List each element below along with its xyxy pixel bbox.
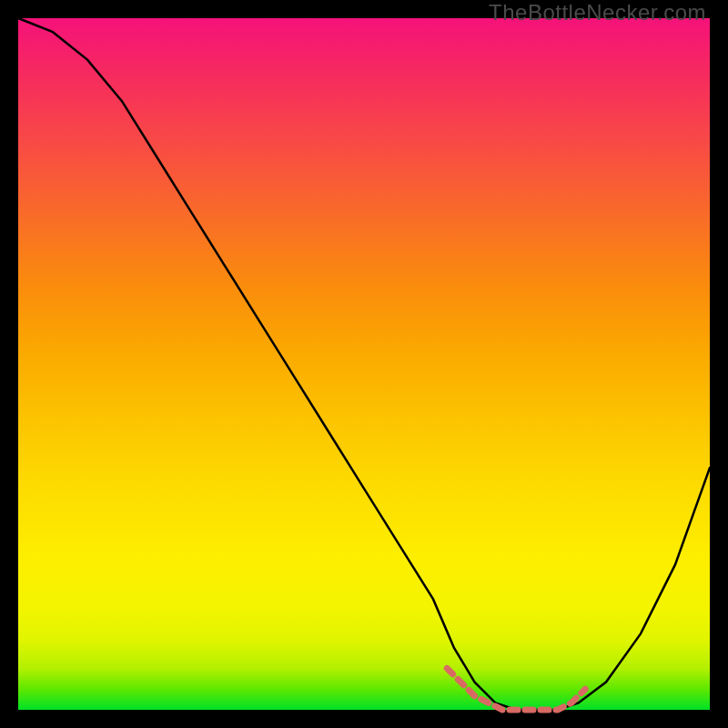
- chart-frame: TheBottleNecker.com: [0, 0, 728, 728]
- valley-highlight-dashes: [447, 668, 585, 710]
- watermark-text: TheBottleNecker.com: [489, 0, 706, 25]
- bottleneck-curve-line: [18, 18, 710, 710]
- curve-layer: [18, 18, 710, 710]
